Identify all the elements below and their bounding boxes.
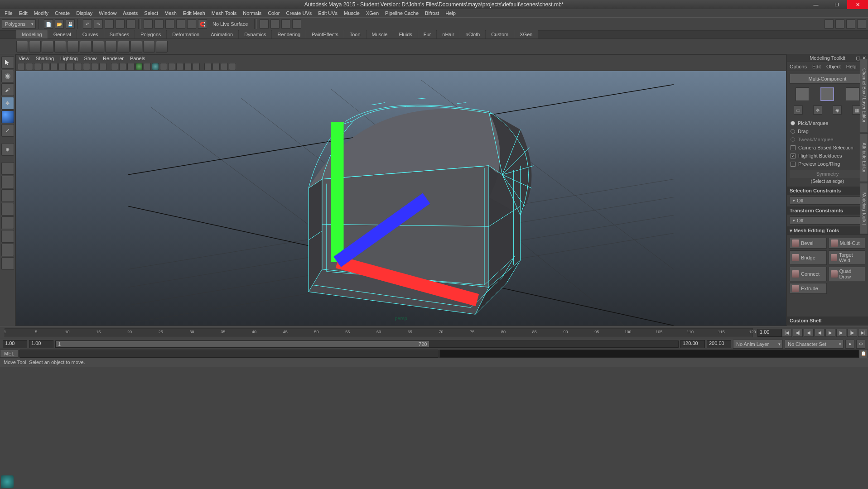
mtk-menu-options[interactable]: Options — [790, 64, 807, 69]
shelf-poly-pyramid-button[interactable] — [118, 41, 130, 53]
shelf-tab-general[interactable]: General — [48, 30, 77, 38]
drag-icon[interactable]: ✥ — [813, 105, 822, 115]
paint-select-tool[interactable]: 🖌 — [1, 83, 14, 96]
use-lights-button[interactable] — [135, 63, 143, 70]
move-tool[interactable]: ✥ — [1, 97, 14, 110]
shelf-tab-xgen[interactable]: XGen — [514, 30, 538, 38]
shelf-tab-dynamics[interactable]: Dynamics — [239, 30, 271, 38]
marquee-icon[interactable]: ▭ — [794, 105, 803, 115]
camera-attr-button[interactable] — [26, 63, 33, 70]
menu-pipeline-cache[interactable]: Pipeline Cache — [382, 10, 421, 17]
transform-constraints-header[interactable]: Transform Constraints — [787, 206, 868, 215]
shelf-tab-custom[interactable]: Custom — [486, 30, 514, 38]
go-to-end-button[interactable]: ▶| — [858, 329, 868, 337]
grid-toggle-button[interactable] — [50, 63, 58, 70]
menu-edit[interactable]: Edit — [16, 10, 30, 17]
isolate-remove-button[interactable] — [221, 63, 228, 70]
depth-of-field-button[interactable] — [193, 63, 200, 70]
layout-graph-button[interactable] — [1, 244, 14, 256]
panel-menu-lighting[interactable]: Lighting — [60, 56, 78, 61]
layout-button-1[interactable] — [825, 19, 834, 29]
ao-button[interactable] — [168, 63, 175, 70]
mtk-menu-edit[interactable]: Edit — [812, 64, 821, 69]
mtk-menu-help[interactable]: Help — [846, 64, 857, 69]
bevel-tool-button[interactable]: Bevel — [790, 238, 827, 249]
shelf-tab-rendering[interactable]: Rendering — [272, 30, 306, 38]
resolution-gate-button[interactable] — [67, 63, 74, 70]
playback-end-field[interactable]: 200.00 — [707, 340, 731, 348]
shelf-poly-helix-button[interactable] — [143, 41, 155, 53]
multi-component-button[interactable]: Multi-Component — [790, 74, 865, 84]
face-mode-button[interactable] — [846, 87, 859, 101]
panel-menu-renderer[interactable]: Renderer — [103, 56, 124, 61]
bridge-tool-button[interactable]: Bridge — [790, 250, 827, 265]
menu-muscle[interactable]: Muscle — [341, 10, 362, 17]
panel-menu-view[interactable]: View — [19, 56, 29, 61]
ipr-render-button[interactable] — [281, 19, 290, 29]
select-obj-button[interactable] — [116, 19, 125, 29]
tweak-icon[interactable]: ◉ — [833, 105, 842, 115]
scale-tool[interactable]: ⤢ — [1, 124, 14, 137]
character-set-combo[interactable]: No Character Set — [785, 340, 844, 349]
current-frame-field[interactable]: 1.00 — [757, 329, 782, 337]
safe-action-button[interactable] — [91, 63, 98, 70]
menu-color[interactable]: Color — [265, 10, 282, 17]
transform-constraints-combo[interactable]: Off — [790, 216, 865, 225]
range-in-field[interactable]: 1.00 — [29, 340, 53, 348]
shelf-tab-fur[interactable]: Fur — [418, 30, 437, 38]
shelf-poly-pipe-button[interactable] — [130, 41, 142, 53]
lasso-tool[interactable]: 🔘 — [1, 70, 14, 82]
script-language-button[interactable]: MEL — [0, 350, 19, 358]
script-editor-button[interactable]: 📋 — [859, 349, 868, 358]
command-input[interactable] — [19, 350, 439, 358]
step-back-key-button[interactable]: ◀| — [793, 329, 803, 337]
tweak-marquee-radio[interactable] — [791, 137, 795, 142]
range-slider[interactable]: 1720 — [55, 340, 679, 348]
time-slider-scale[interactable]: 1510152025303540455055606570758085909510… — [5, 328, 753, 337]
layout-single-button[interactable] — [1, 162, 14, 175]
vertex-mode-button[interactable] — [796, 87, 809, 101]
go-to-start-button[interactable]: |◀ — [782, 329, 792, 337]
menu-file[interactable]: File — [2, 10, 15, 17]
time-slider[interactable]: 1510152025303540455055606570758085909510… — [0, 326, 868, 339]
safe-title-button[interactable] — [99, 63, 106, 70]
auto-key-button[interactable]: ● — [845, 340, 854, 349]
select-hier-button[interactable] — [105, 19, 114, 29]
film-gate-button[interactable] — [58, 63, 66, 70]
drag-radio[interactable] — [791, 129, 795, 134]
menu-create[interactable]: Create — [52, 10, 72, 17]
edge-mode-button[interactable] — [820, 87, 834, 101]
isolate-refresh-button[interactable] — [229, 63, 236, 70]
shaded-button[interactable] — [119, 63, 126, 70]
side-tab-channel-box[interactable]: Channel Box / Layer Editor — [860, 59, 868, 132]
layout-hyper-button[interactable] — [1, 230, 14, 243]
layout-button-3[interactable] — [846, 19, 855, 29]
render-button[interactable] — [270, 19, 280, 29]
construction-history-button[interactable] — [260, 19, 269, 29]
side-tab-attribute-editor[interactable]: Attribute Editor — [860, 133, 868, 182]
new-scene-button[interactable]: 📄 — [44, 19, 53, 29]
shelf-poly-torus-button[interactable] — [67, 41, 79, 53]
isolate-add-button[interactable] — [212, 63, 220, 70]
shelf-poly-cone-button[interactable] — [80, 41, 92, 53]
shelf-poly-sphere-button[interactable] — [29, 41, 41, 53]
textured-button[interactable] — [127, 63, 135, 70]
highlight-backfaces-checkbox[interactable]: ✓ — [791, 153, 796, 158]
play-forward-button[interactable]: ▶ — [825, 329, 835, 337]
layout-persp-button[interactable] — [1, 216, 14, 229]
mesh-editing-header[interactable]: ▾ Mesh Editing Tools — [787, 226, 868, 235]
side-tab-modeling-toolkit[interactable]: Modeling Toolkit — [860, 183, 868, 235]
extrude-tool-button[interactable]: Extrude — [790, 283, 827, 294]
preview-loop-checkbox[interactable] — [791, 162, 796, 167]
shelf-poly-prism-button[interactable] — [105, 41, 117, 53]
shelf-poly-cube-button[interactable] — [16, 41, 28, 53]
menu-set-combo[interactable]: Polygons — [2, 19, 36, 29]
snap-point-button[interactable] — [165, 19, 174, 29]
xray-button[interactable] — [152, 63, 159, 70]
selection-constraints-combo[interactable]: Off — [790, 197, 865, 205]
layout-outliner-button[interactable] — [1, 203, 14, 216]
quad-draw-tool-button[interactable]: Quad Draw — [829, 267, 866, 281]
menu-edit-mesh[interactable]: Edit Mesh — [180, 10, 208, 17]
menu-window[interactable]: Window — [96, 10, 119, 17]
bookmark-button[interactable] — [34, 63, 41, 70]
